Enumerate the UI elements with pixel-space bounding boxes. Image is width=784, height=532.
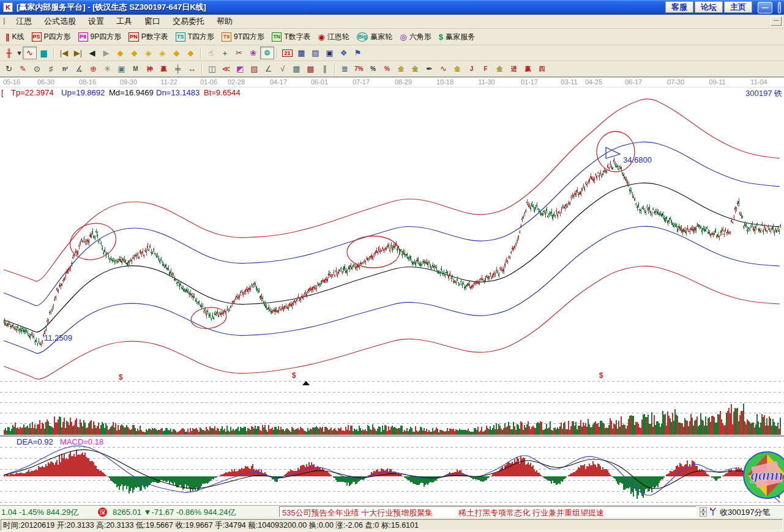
pan-left-button[interactable]: ◆ <box>113 46 127 59</box>
parallel-lines-button[interactable]: ∥ <box>318 62 332 75</box>
select-tool-button[interactable]: ❁ <box>260 46 274 59</box>
menu-item-江恩[interactable]: 江恩 <box>10 14 38 29</box>
tick-view-label[interactable]: 收300197分笔 <box>720 507 770 518</box>
overlay-chart-button[interactable]: ∿ <box>23 46 37 59</box>
minimize-button[interactable]: — <box>758 2 772 13</box>
9p-square-button[interactable]: P99P四方形 <box>75 31 125 43</box>
kline-label: K线 <box>12 32 24 42</box>
spin-up-button[interactable]: ▲ <box>700 507 707 512</box>
angle-lines-button[interactable]: ∠ <box>261 62 275 75</box>
fan-grid-button[interactable]: ▨ <box>247 62 261 75</box>
menu-item-工具[interactable]: 工具 <box>110 14 138 29</box>
quick-论坛-button[interactable]: 论坛 <box>695 1 723 13</box>
kline-style-icon: ╫ <box>6 48 12 57</box>
kline-style-button[interactable]: ╫ <box>2 46 16 59</box>
ying-text-button[interactable]: 赢 <box>157 62 171 75</box>
compass-button[interactable]: ⊕ <box>86 62 100 75</box>
p-number-table-button[interactable]: PNP数字表 <box>125 31 172 43</box>
m-lines-button[interactable]: M <box>129 62 143 75</box>
kline-button[interactable]: ∥K线 <box>2 31 28 43</box>
save-button[interactable]: ▣ <box>323 46 337 59</box>
crosshair-tool-button[interactable]: ＋ <box>218 46 232 59</box>
publish-button[interactable]: ⚑ <box>351 46 365 59</box>
gann-wheel-button[interactable]: ◉江恩轮 <box>314 31 353 43</box>
pen-tool-button[interactable]: ✎ <box>16 62 30 75</box>
square-n2-button[interactable]: n² <box>58 62 72 75</box>
hexagon-button[interactable]: ◎六角形 <box>396 31 435 43</box>
menu-item-窗口[interactable]: 窗口 <box>138 14 166 29</box>
style-caret-button[interactable]: ▾ <box>16 46 23 59</box>
winner-wheel-button[interactable]: Big赢家轮 <box>353 31 397 43</box>
grid-red-button[interactable]: ▩ <box>304 62 318 75</box>
angle-tool-button[interactable]: ∡ <box>72 62 86 75</box>
menu-item-帮助[interactable]: 帮助 <box>211 14 239 29</box>
check-lines-button[interactable]: √ <box>275 62 289 75</box>
grid-fine-button[interactable]: ▦ <box>289 62 304 75</box>
f-angle-button[interactable]: F <box>479 62 493 75</box>
j-angle-button[interactable]: J <box>465 62 479 75</box>
t-number-table-icon: TN <box>272 32 282 42</box>
winner-service-button[interactable]: $赢家服务 <box>435 31 479 43</box>
expand-v-button[interactable]: ◆ <box>170 46 184 59</box>
9t-square-button[interactable]: T99T四方形 <box>218 31 268 43</box>
seven-percent-button[interactable]: 7% <box>352 62 366 75</box>
volume-ladder-button[interactable]: ≣ <box>338 62 352 75</box>
news-ticker[interactable]: 535公司预告全年业绩 十大行业预增股聚集稀土打黑专项常态化 行业兼并重组望提速 <box>279 506 696 517</box>
market-ticker-bar: 1.04 -1.45% 844.29亿 深 8265.01 ▼-71.67 -0… <box>0 505 784 518</box>
p-square-button[interactable]: PSP四方形 <box>28 31 75 43</box>
brush-tool-button[interactable]: ✒ <box>422 62 436 75</box>
step-back-button[interactable]: ◀ <box>85 46 99 59</box>
snip-tool-button[interactable]: ✂ <box>232 46 246 59</box>
calendar-button[interactable]: 21 <box>280 46 294 59</box>
grid-lines-button[interactable]: ♯ <box>44 62 58 75</box>
box-target-button[interactable]: ▣ <box>114 62 129 75</box>
spin-down-button[interactable]: ▼ <box>700 512 707 517</box>
cycle-circle-button[interactable]: ⊙ <box>30 62 44 75</box>
t-number-table-button[interactable]: TNT数字表 <box>268 31 314 43</box>
quick-客服-button[interactable]: 客服 <box>665 1 693 13</box>
child-minimize-button[interactable]: — <box>771 17 782 26</box>
quick-主页-button[interactable]: 主页 <box>724 1 752 13</box>
color-bars-button[interactable]: ▆ <box>37 46 51 59</box>
export-web-button[interactable]: ❖ <box>337 46 351 59</box>
grid-box-button[interactable]: ◫ <box>205 62 219 75</box>
percent-lines-button[interactable]: % <box>380 62 394 75</box>
percent-button[interactable]: % <box>366 62 380 75</box>
ying-angle-button[interactable]: 赢 <box>521 62 535 75</box>
menu-bar: 〡 江恩公式选股设置工具窗口交易委托帮助 — <box>0 15 784 29</box>
jin-angle-button[interactable]: 进 <box>507 62 521 75</box>
gold-rule-button[interactable]: 金 <box>450 62 465 75</box>
hand-tool-button[interactable]: ☝ <box>204 46 218 59</box>
pan-right-button[interactable]: ◆ <box>127 46 141 59</box>
fan-lines-button[interactable]: ≪ <box>219 62 233 75</box>
menu-item-设置[interactable]: 设置 <box>82 14 110 29</box>
gann-shape-tool-button[interactable]: ❀ <box>246 46 260 59</box>
si-angle-button[interactable]: 四 <box>535 62 549 75</box>
zoom-out-h-button[interactable]: ◈ <box>155 46 170 59</box>
calculator-button[interactable]: ▦ <box>294 46 308 59</box>
menu-item-交易委托[interactable]: 交易委托 <box>166 14 211 29</box>
wave-tool-button[interactable]: ∿ <box>436 62 450 75</box>
zoom-in-h-button[interactable]: ◈ <box>141 46 155 59</box>
gold-angle-button[interactable]: 金 <box>493 62 507 75</box>
star-grid-button[interactable]: ✳ <box>100 62 114 75</box>
go-last-button[interactable]: ▶| <box>71 46 85 59</box>
compress-v-button[interactable]: ◆ <box>184 46 198 59</box>
t-square-button[interactable]: TST四方形 <box>172 31 218 43</box>
grid-red-icon: ▩ <box>307 64 314 73</box>
menu-item-公式选股[interactable]: 公式选股 <box>38 14 82 29</box>
gold-circle-button[interactable]: 金 <box>394 62 408 75</box>
gold-lines-button[interactable]: 金 <box>408 62 422 75</box>
maximize-button[interactable] <box>778 2 781 13</box>
zoom-in-h-icon: ◈ <box>146 48 152 57</box>
go-first-button[interactable]: |◀ <box>57 46 71 59</box>
step-forward-button[interactable]: ▶ <box>99 46 113 59</box>
shen-text-button[interactable]: 神 <box>143 62 157 75</box>
fan-box-button[interactable]: ◩ <box>233 62 247 75</box>
pen-tool-icon: ✎ <box>20 64 26 73</box>
spiral-tool-button[interactable]: ↻ <box>2 62 16 75</box>
report-button[interactable]: ▤ <box>308 46 323 59</box>
ruler-123-button[interactable]: ╪ <box>171 62 185 75</box>
expand-v-icon: ◆ <box>174 48 180 57</box>
h-measure-button[interactable]: ↔ <box>185 62 199 75</box>
